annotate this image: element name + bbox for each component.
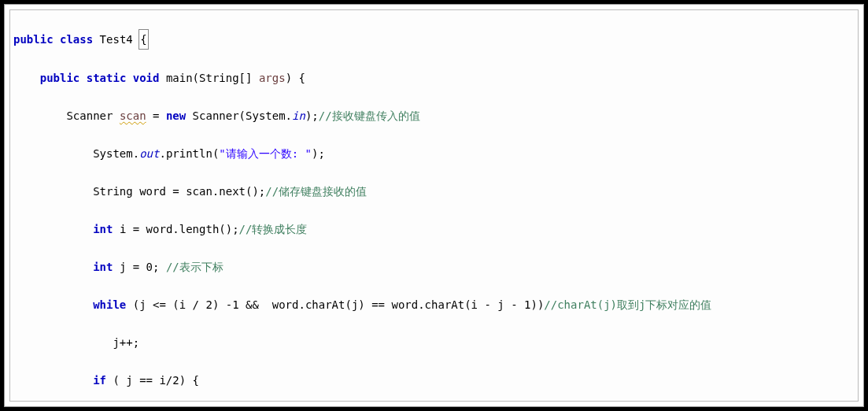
- code-line: System.out.println("请输入一个数: ");: [10, 144, 858, 163]
- string-literal: "请输入一个数: ": [219, 147, 312, 160]
- keyword-static: static: [87, 72, 127, 84]
- code-line: while (j <= (i / 2) -1 && word.charAt(j)…: [10, 295, 858, 314]
- keyword-public: public: [13, 33, 54, 46]
- cond: (j <= (i / 2) -1 && word.charAt(j) == wo…: [126, 298, 544, 311]
- keyword-if: if: [93, 374, 106, 387]
- end: );: [312, 147, 325, 160]
- keyword-class: class: [60, 33, 93, 46]
- comment: //表示下标: [166, 261, 223, 273]
- keyword-int: int: [93, 261, 113, 273]
- comment: //接收键盘传入的值: [319, 109, 420, 122]
- keyword-int: int: [93, 223, 113, 235]
- keyword-while: while: [93, 298, 126, 311]
- type-scanner: Scanner: [66, 109, 119, 122]
- class-name: Test4: [100, 33, 133, 46]
- field-in: in: [292, 109, 305, 122]
- code-line: String word = scan.next();//储存键盘接收的值: [10, 182, 858, 201]
- var-scan: scan: [120, 109, 146, 122]
- end: );: [305, 109, 319, 122]
- editor-window: public class Test4 { public static void …: [4, 4, 864, 407]
- eq: =: [146, 109, 166, 122]
- code-line: int j = 0; //表示下标: [10, 257, 858, 276]
- comment: //转换成长度: [239, 223, 308, 235]
- sys: System.: [93, 147, 139, 160]
- stmt: i = word.length();: [113, 223, 238, 235]
- keyword-new: new: [166, 109, 186, 122]
- code-line: Scanner scan = new Scanner(System.in);//…: [10, 106, 858, 125]
- field-out: out: [139, 147, 159, 160]
- param-args: args: [259, 72, 286, 84]
- matched-brace: {: [139, 29, 148, 50]
- comment: //charAt(j)取到j下标对应的值: [544, 298, 711, 311]
- comment: //储存键盘接收的值: [265, 185, 367, 198]
- stmt: String word = scan.next();: [93, 185, 265, 198]
- stmt: j = 0;: [113, 261, 165, 273]
- code-editor[interactable]: public class Test4 { public static void …: [9, 9, 859, 402]
- cond: ( j == i/2) {: [106, 374, 199, 387]
- code-line: j++;: [10, 333, 858, 352]
- method-sig: main(String[]: [166, 72, 259, 84]
- code-line: int i = word.length();//转换成长度: [10, 220, 858, 239]
- code-line: if ( j == i/2) {: [10, 371, 858, 390]
- keyword-public: public: [40, 72, 80, 84]
- ctor: Scanner(System.: [186, 109, 292, 122]
- sig-end: ) {: [286, 72, 305, 84]
- keyword-void: void: [133, 72, 160, 84]
- stmt: j++;: [113, 336, 139, 349]
- code-line: public static void main(String[] args) {: [10, 68, 858, 87]
- code-line: public class Test4 {: [10, 29, 858, 50]
- println: .println(: [159, 147, 219, 160]
